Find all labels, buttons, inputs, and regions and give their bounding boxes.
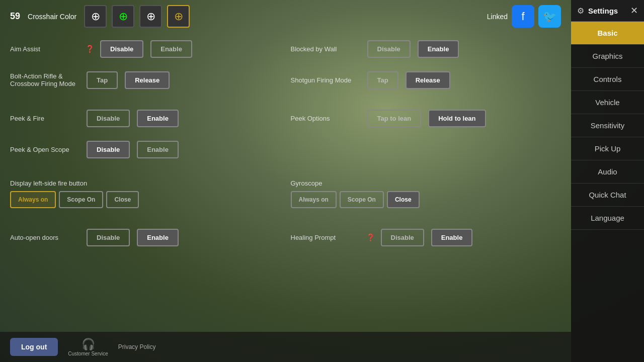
- aim-assist-help-icon[interactable]: ❓: [86, 45, 94, 53]
- peek-options-label: Peek Options: [291, 115, 361, 122]
- customer-service-label: Customer Service: [68, 351, 108, 356]
- shotgun-tap-btn[interactable]: Tap: [367, 71, 398, 89]
- peek-fire-row: Peek & Fire Disable Enable Peek Options …: [10, 107, 561, 129]
- display-fire-always-btn[interactable]: Always on: [10, 191, 56, 208]
- crosshair-icon-2: ⊕: [119, 11, 128, 22]
- sidebar: ⚙ Settings ✕ Basic Graphics Controls Veh…: [571, 0, 644, 362]
- logout-button[interactable]: Log out: [10, 338, 58, 356]
- top-bar: 59 Crosshair Color ⊕ ⊕ ⊕ ⊕: [10, 5, 561, 28]
- sidebar-item-language-label: Language: [591, 214, 624, 222]
- sidebar-item-basic[interactable]: Basic: [571, 22, 644, 45]
- crosshair-icon-4: ⊕: [174, 11, 183, 22]
- crosshair-label: Crosshair Color: [28, 13, 76, 21]
- auto-healing-row: Auto-open doors Disable Enable Healing P…: [10, 226, 561, 248]
- peek-fire-disable-btn[interactable]: Disable: [87, 110, 130, 127]
- crosshair-btn-4[interactable]: ⊕: [167, 5, 190, 28]
- healing-enable-btn[interactable]: Enable: [431, 229, 473, 246]
- customer-service-button[interactable]: 🎧 Customer Service: [68, 338, 108, 356]
- close-icon[interactable]: ✕: [630, 5, 638, 16]
- crosshair-icon-3: ⊕: [146, 11, 155, 22]
- facebook-icon: f: [521, 10, 524, 23]
- blocked-wall-label: Blocked by Wall: [291, 45, 361, 53]
- crosshair-section: Crosshair Color ⊕ ⊕ ⊕ ⊕: [28, 5, 190, 28]
- display-fire-scope-btn[interactable]: Scope On: [59, 191, 103, 208]
- customer-service-icon: 🎧: [82, 338, 95, 351]
- crosshair-btn-3[interactable]: ⊕: [139, 5, 162, 28]
- gyro-close-btn[interactable]: Close: [387, 191, 420, 208]
- sidebar-item-controls[interactable]: Controls: [571, 68, 644, 91]
- healing-help-icon[interactable]: ❓: [366, 233, 375, 241]
- sidebar-item-pickup[interactable]: Pick Up: [571, 137, 644, 160]
- peek-fire-label: Peek & Fire: [10, 115, 80, 122]
- display-fire-label: Display left-side fire button: [10, 179, 87, 187]
- fps-counter: 59: [10, 11, 20, 22]
- firing-mode-row: Bolt-Action Rifle &Crossbow Firing Mode …: [10, 69, 561, 91]
- healing-disable-btn[interactable]: Disable: [381, 229, 424, 246]
- tap-lean-btn[interactable]: Tap to lean: [367, 110, 422, 127]
- gear-icon: ⚙: [577, 6, 584, 16]
- peek-scope-label: Peek & Open Scope: [10, 146, 80, 153]
- gyro-scope-btn[interactable]: Scope On: [340, 191, 384, 208]
- sidebar-item-sensitivity-label: Sensitivity: [591, 121, 625, 130]
- sidebar-item-sensitivity[interactable]: Sensitivity: [571, 114, 644, 137]
- sidebar-title: Settings: [588, 7, 618, 15]
- sidebar-item-controls-label: Controls: [594, 75, 622, 83]
- peek-scope-disable-btn[interactable]: Disable: [87, 141, 130, 158]
- bolt-action-tap-btn[interactable]: Tap: [87, 71, 118, 89]
- bottom-bar: Log out 🎧 Customer Service Privacy Polic…: [0, 332, 571, 362]
- healing-prompt-label: Healing Prompt: [291, 234, 361, 241]
- peek-scope-enable-btn[interactable]: Enable: [137, 141, 179, 158]
- auto-doors-disable-btn[interactable]: Disable: [87, 229, 130, 246]
- main-content: 59 Crosshair Color ⊕ ⊕ ⊕ ⊕: [0, 0, 571, 362]
- sidebar-header: ⚙ Settings ✕: [571, 0, 644, 22]
- twitter-icon: 🐦: [543, 10, 556, 23]
- crosshair-btn-1[interactable]: ⊕: [84, 5, 107, 28]
- gyroscope-label: Gyroscope: [291, 179, 361, 187]
- peek-fire-enable-btn[interactable]: Enable: [137, 110, 179, 127]
- bolt-action-label: Bolt-Action Rifle &Crossbow Firing Mode: [10, 72, 80, 87]
- sidebar-item-vehicle[interactable]: Vehicle: [571, 91, 644, 114]
- bolt-action-release-btn[interactable]: Release: [125, 71, 170, 89]
- auto-doors-label: Auto-open doors: [10, 234, 80, 241]
- sidebar-item-graphics-label: Graphics: [592, 52, 622, 60]
- shotgun-release-btn[interactable]: Release: [406, 71, 450, 89]
- blocked-wall-enable-btn[interactable]: Enable: [418, 40, 459, 58]
- twitter-button[interactable]: 🐦: [538, 5, 561, 28]
- display-fire-close-btn[interactable]: Close: [106, 191, 139, 208]
- sidebar-items: Basic Graphics Controls Vehicle Sensitiv…: [571, 22, 644, 362]
- fire-gyro-row: Display left-side fire button Always on …: [10, 176, 561, 208]
- sidebar-item-pickup-label: Pick Up: [595, 144, 621, 153]
- gyro-always-btn[interactable]: Always on: [291, 191, 337, 208]
- sidebar-item-audio[interactable]: Audio: [571, 160, 644, 184]
- sidebar-item-language[interactable]: Language: [571, 207, 644, 230]
- peek-scope-row: Peek & Open Scope Disable Enable: [10, 138, 561, 160]
- crosshair-icon-1: ⊕: [91, 11, 100, 22]
- crosshair-btn-2[interactable]: ⊕: [112, 5, 134, 28]
- privacy-policy-link[interactable]: Privacy Policy: [118, 343, 156, 350]
- linked-section: Linked f 🐦: [487, 5, 561, 28]
- sidebar-item-quickchat[interactable]: Quick Chat: [571, 184, 644, 207]
- sidebar-item-audio-label: Audio: [598, 167, 617, 176]
- shotgun-firing-label: Shotgun Firing Mode: [291, 76, 361, 84]
- aim-assist-disable-btn[interactable]: Disable: [100, 40, 143, 58]
- aim-assist-enable-btn[interactable]: Enable: [150, 40, 192, 58]
- auto-doors-enable-btn[interactable]: Enable: [137, 229, 179, 246]
- sidebar-item-quickchat-label: Quick Chat: [589, 191, 626, 199]
- sidebar-item-basic-label: Basic: [597, 29, 617, 37]
- blocked-wall-disable-btn[interactable]: Disable: [367, 40, 411, 58]
- aim-assist-label: Aim Assist: [10, 45, 80, 53]
- hold-lean-btn[interactable]: Hold to lean: [428, 110, 486, 127]
- aim-assist-row: Aim Assist ❓ Disable Enable Blocked by W…: [10, 38, 561, 60]
- linked-label: Linked: [487, 13, 508, 21]
- facebook-button[interactable]: f: [512, 5, 534, 28]
- sidebar-item-graphics[interactable]: Graphics: [571, 45, 644, 68]
- sidebar-item-vehicle-label: Vehicle: [595, 98, 619, 107]
